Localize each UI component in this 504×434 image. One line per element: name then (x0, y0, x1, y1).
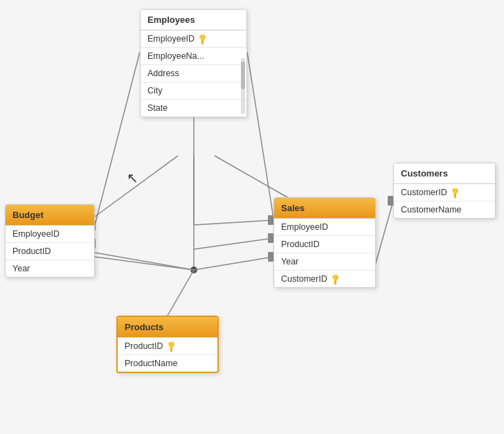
table-row: Year (6, 260, 94, 277)
svg-line-1 (247, 52, 273, 218)
diagram-canvas[interactable]: Employees EmployeeID 🔑 EmployeeNa... Add… (0, 0, 504, 434)
table-row: Address (141, 65, 246, 82)
svg-line-10 (194, 257, 273, 270)
table-row: EmployeeID (274, 219, 375, 236)
field-name: CustomerID (281, 274, 327, 284)
field-name: EmployeeID (12, 229, 60, 239)
svg-line-13 (168, 270, 194, 316)
field-name: ProductName (125, 359, 177, 368)
key-icon: 🔑 (196, 32, 209, 45)
svg-line-8 (194, 220, 273, 225)
key-icon: 🔑 (328, 272, 341, 285)
field-name: CustomerName (401, 205, 462, 215)
table-row: Year (274, 253, 375, 271)
field-name: ProductID (125, 341, 163, 351)
field-name: Year (281, 257, 298, 266)
field-name: EmployeeID (147, 34, 195, 44)
scroll-indicator[interactable] (241, 58, 245, 114)
table-row: EmployeeNa... (141, 48, 246, 65)
table-row: ProductID (274, 236, 375, 253)
svg-rect-7 (268, 215, 273, 225)
table-row: CustomerName (394, 201, 495, 218)
field-name: City (147, 86, 163, 96)
field-name: State (147, 103, 168, 113)
cursor: ↖ (127, 170, 138, 186)
table-sales[interactable]: Sales EmployeeID ProductID Year Customer… (273, 197, 376, 288)
table-employees-header: Employees (141, 10, 246, 30)
table-employees[interactable]: Employees EmployeeID 🔑 EmployeeNa... Add… (140, 9, 247, 118)
table-row: ProductID (6, 243, 94, 260)
table-row: ProductID 🔑 (118, 338, 217, 355)
svg-line-14 (374, 201, 393, 270)
svg-line-17 (95, 156, 178, 217)
svg-line-0 (95, 52, 140, 225)
scroll-thumb (241, 62, 245, 89)
svg-rect-12 (268, 252, 273, 262)
table-row: ProductName (118, 355, 217, 372)
table-row: CustomerID 🔑 (274, 271, 375, 287)
svg-rect-15 (388, 196, 393, 206)
table-row: City (141, 82, 246, 100)
svg-rect-11 (268, 233, 273, 243)
table-sales-header: Sales (274, 198, 375, 219)
table-row: CustomerID 🔑 (394, 184, 495, 201)
table-products[interactable]: Products ProductID 🔑 ProductName (116, 316, 219, 373)
table-row: State (141, 100, 246, 117)
field-name: CustomerID (401, 188, 447, 197)
table-budget-header: Budget (6, 205, 94, 226)
table-customers-header: Customers (394, 163, 495, 184)
field-name: EmployeeID (281, 222, 328, 232)
svg-line-9 (194, 238, 273, 249)
svg-line-18 (215, 156, 287, 197)
table-products-header: Products (118, 317, 217, 338)
field-name: Year (12, 264, 30, 273)
svg-line-6 (95, 257, 194, 270)
field-name: ProductID (12, 246, 51, 256)
table-customers[interactable]: Customers CustomerID 🔑 CustomerName (393, 163, 496, 219)
svg-line-19 (95, 253, 194, 270)
svg-point-3 (190, 266, 197, 273)
table-row: EmployeeID 🔑 (141, 30, 246, 48)
key-icon: 🔑 (164, 339, 177, 352)
table-budget[interactable]: Budget EmployeeID ProductID Year (5, 204, 95, 278)
key-icon: 🔑 (448, 186, 461, 199)
field-name: ProductID (281, 239, 320, 249)
field-name: EmployeeNa... (147, 51, 204, 61)
table-row: EmployeeID (6, 226, 94, 243)
field-name: Address (147, 69, 179, 78)
